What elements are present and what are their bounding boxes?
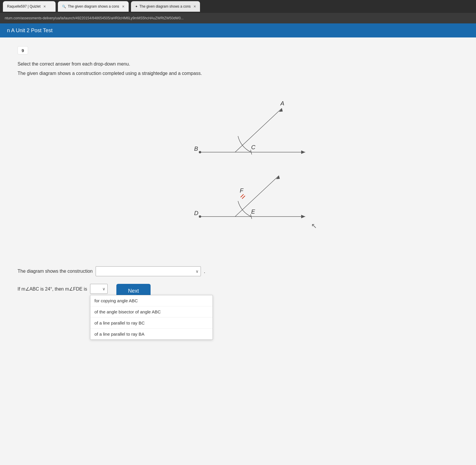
question-section: The diagram shows the construction for c… (18, 266, 458, 298)
svg-text:A: A (280, 100, 284, 107)
tab-diagram1-label: The given diagram shows a cons (68, 4, 119, 8)
instruction-text: Select the correct answer from each drop… (18, 61, 458, 67)
option-bisector[interactable]: of the angle bisector of angle ABC (90, 306, 213, 318)
svg-text:B: B (194, 145, 198, 152)
tab-diagram1-close[interactable]: × (122, 4, 124, 9)
svg-point-4 (199, 151, 201, 153)
dropdown2-select[interactable]: 24 12 48 (90, 284, 108, 294)
browser-chrome: Raquelle597 | Quizlet × 🔍 The given diag… (0, 0, 476, 13)
svg-point-13 (199, 215, 201, 218)
option-parallel-ba[interactable]: of a line parallel to ray BA (90, 329, 213, 339)
period1: . (204, 268, 205, 274)
svg-text:D: D (194, 210, 198, 216)
svg-marker-3 (301, 150, 305, 154)
construction-row: The diagram shows the construction for c… (18, 266, 458, 276)
dropdown-options-list: for copying angle ABC of the angle bisec… (90, 295, 213, 340)
address-bar: ntum.com/assessments-delivery/ua/la/laun… (0, 13, 476, 23)
tab-diagram2[interactable]: ✦ The given diagram shows a cons × (131, 1, 200, 12)
svg-line-0 (235, 108, 282, 152)
option-copying[interactable]: for copying angle ABC (90, 295, 213, 306)
diagram-svg: A B C F D E ↖ (136, 85, 340, 255)
svg-marker-1 (279, 108, 283, 112)
svg-text:E: E (251, 208, 255, 215)
svg-marker-12 (301, 215, 305, 218)
svg-marker-10 (276, 176, 280, 179)
tab-diagram2-close[interactable]: × (194, 4, 196, 9)
dropdown1-container[interactable]: for copying angle ABC of the angle bisec… (96, 266, 201, 276)
construction-label: The diagram shows the construction (18, 269, 93, 274)
svg-text:C: C (251, 144, 256, 150)
tab-diagram2-label: The given diagram shows a cons (139, 4, 191, 8)
problem-text: The given diagram shows a construction c… (18, 71, 458, 76)
dropdown1-select[interactable]: for copying angle ABC of the angle bisec… (96, 266, 201, 276)
option-parallel-bc[interactable]: of a line parallel to ray BC (90, 318, 213, 329)
tab-quizlet[interactable]: Raquelle597 | Quizlet × (3, 1, 56, 12)
tab-diagram1[interactable]: 🔍 The given diagram shows a cons × (58, 1, 129, 12)
svg-line-15 (241, 194, 244, 197)
svg-text:F: F (240, 187, 244, 194)
dropdown2-container[interactable]: 24 12 48 ∨ for copying angle ABC of the … (90, 284, 108, 294)
tab-quizlet-close[interactable]: × (44, 4, 46, 9)
tab-diagram1-icon: 🔍 (62, 5, 66, 8)
bottom-row: If m∠ABC is 24°, then m∠FDE is 24 12 48 … (18, 284, 458, 298)
svg-line-16 (242, 196, 245, 199)
main-content: 9 Select the correct answer from each dr… (0, 37, 476, 465)
page-title: n A Unit 2 Post Test (7, 28, 53, 34)
angle-label: If m∠ABC is 24°, then m∠FDE is (18, 286, 87, 292)
tab-quizlet-label: Raquelle597 | Quizlet (7, 4, 41, 8)
page-header: n A Unit 2 Post Test (0, 23, 476, 37)
tab-diagram2-icon: ✦ (135, 5, 138, 8)
url-text: ntum.com/assessments-delivery/ua/la/laun… (5, 16, 184, 20)
angle-row: If m∠ABC is 24°, then m∠FDE is 24 12 48 … (18, 284, 108, 294)
svg-text:↖: ↖ (311, 222, 317, 230)
diagram-area: A B C F D E ↖ (18, 85, 458, 255)
question-number: 9 (18, 46, 28, 54)
